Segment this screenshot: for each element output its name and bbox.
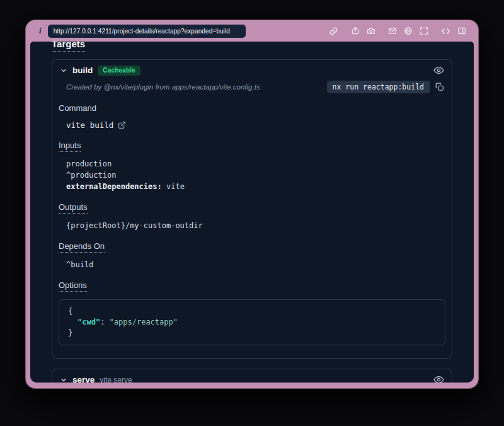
build-card-subheader: Created by @nx/vite/plugin from apps/rea…: [52, 79, 452, 100]
camera-icon[interactable]: [367, 26, 375, 35]
link-icon[interactable]: [329, 26, 338, 36]
json-key: "cwd": [77, 318, 100, 326]
created-by-text: Created by @nx/vite/plugin from apps/rea…: [66, 83, 260, 91]
eye-icon[interactable]: [433, 65, 444, 76]
external-deps-value: vite: [166, 182, 185, 191]
json-cwd-line: "cwd": "apps/reactapp": [68, 317, 436, 328]
options-json-block: { "cwd": "apps/reactapp" }: [59, 299, 445, 345]
command-label: Command: [59, 103, 96, 113]
serve-card-header[interactable]: serve vite serve: [52, 369, 452, 383]
target-card-build: build Cacheable Created by @nx/vite/plug…: [52, 59, 452, 359]
outputs-label: Outputs: [59, 202, 88, 214]
info-icon[interactable]: i: [39, 26, 42, 36]
external-deps-key: externalDependencies:: [66, 182, 162, 191]
json-separator: :: [100, 318, 109, 326]
depends-on-item: ^build: [66, 259, 445, 270]
run-command-chip: nx run reactapp:build: [327, 81, 430, 93]
build-card-body: Command vite build Inputs production ^pr…: [52, 103, 452, 358]
code-icon[interactable]: [441, 26, 450, 36]
json-close-brace: }: [68, 328, 436, 338]
chevron-down-icon[interactable]: [60, 67, 67, 74]
share-icon[interactable]: [351, 26, 360, 35]
copy-icon[interactable]: [435, 83, 444, 91]
chevron-down-icon[interactable]: [60, 376, 67, 383]
build-target-title: build: [72, 66, 93, 75]
options-label: Options: [59, 280, 87, 292]
command-row: vite build: [66, 119, 445, 130]
input-item: ^production: [66, 170, 445, 181]
project-details-page: Targets build Cacheable Created by @nx/v…: [30, 42, 474, 383]
output-item: {projectRoot}/my-custom-outdir: [66, 220, 445, 231]
targets-heading: Targets: [52, 42, 85, 52]
address-bar[interactable]: http://127.0.0.1:4211/project-details/re…: [48, 25, 246, 38]
build-card-header[interactable]: build Cacheable: [52, 60, 452, 79]
json-open-brace: {: [68, 306, 436, 317]
inputs-label: Inputs: [59, 141, 81, 152]
cacheable-badge: Cacheable: [98, 66, 140, 76]
target-card-serve: serve vite serve: [52, 369, 452, 383]
titlebar-actions: [329, 26, 466, 36]
serve-target-title: serve: [72, 375, 94, 383]
json-value: "apps/reactapp": [110, 318, 178, 326]
eye-icon[interactable]: [433, 374, 444, 383]
globe-icon[interactable]: [404, 26, 413, 35]
sidebar-icon[interactable]: [457, 26, 466, 35]
mail-icon[interactable]: [388, 26, 397, 35]
depends-on-label: Depends On: [59, 241, 105, 253]
fullscreen-icon[interactable]: [420, 26, 428, 35]
input-item: production: [66, 158, 445, 170]
serve-target-subtitle: vite serve: [100, 376, 132, 383]
browser-window: i http://127.0.0.1:4211/project-details/…: [25, 20, 479, 389]
input-item-external-deps: externalDependencies: vite: [66, 181, 445, 192]
url-text: http://127.0.0.1:4211/project-details/re…: [54, 28, 230, 35]
command-value: vite build: [66, 120, 113, 130]
external-link-icon[interactable]: [118, 121, 126, 129]
titlebar: i http://127.0.0.1:4211/project-details/…: [30, 20, 474, 42]
